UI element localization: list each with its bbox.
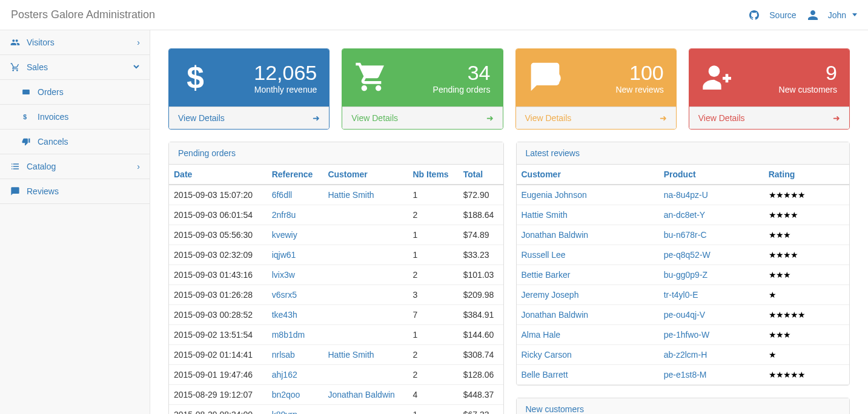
reference-link[interactable]: 6f6dll xyxy=(272,190,292,200)
product-link[interactable]: na-8u4pz-U xyxy=(664,190,708,200)
reference-link[interactable]: tke43h xyxy=(272,310,297,320)
table-row: 2015-09-03 01:43:16 lvix3w 2 $101.03 xyxy=(169,265,503,285)
table-row: Jonathan Baldwin bu-n678r-C ★★★ xyxy=(517,225,850,245)
customer-link[interactable]: Russell Lee xyxy=(522,250,566,260)
col-rating[interactable]: Rating xyxy=(764,165,849,185)
cell-customer xyxy=(323,405,408,415)
col-customer[interactable]: Customer xyxy=(323,165,408,185)
sidebar-item-orders[interactable]: Orders xyxy=(0,80,150,105)
view-details-label: View Details xyxy=(178,113,225,123)
customer-link[interactable]: Eugenia Johnson xyxy=(522,190,587,200)
sidebar-item-label: Invoices xyxy=(38,112,68,122)
product-link[interactable]: pe-e1st8-M xyxy=(664,370,707,380)
cell-reference: bn2qoo xyxy=(267,385,323,405)
sidebar: Visitors › Sales Orders $ Invoices Cance… xyxy=(0,30,150,414)
customer-link[interactable]: Belle Barrett xyxy=(522,370,568,380)
col-reference[interactable]: Reference xyxy=(267,165,323,185)
reference-link[interactable]: nrlsab xyxy=(272,350,295,360)
product-link[interactable]: pe-ou4qj-V xyxy=(664,310,706,320)
cell-total: $448.37 xyxy=(459,385,503,405)
customer-link[interactable]: Hattie Smith xyxy=(328,190,374,200)
reference-link[interactable]: kvewiy xyxy=(272,230,297,240)
customer-link[interactable]: Ricky Carson xyxy=(522,350,572,360)
card-revenue: $ 12,065Monthly revenue View Details➜ xyxy=(168,48,330,130)
customer-link[interactable]: Hattie Smith xyxy=(328,350,374,360)
cell-date: 2015-09-03 01:43:16 xyxy=(169,265,267,285)
cell-rating: ★★★★ xyxy=(764,205,849,225)
col-product[interactable]: Product xyxy=(659,165,764,185)
cell-reference: 6f6dll xyxy=(267,185,323,205)
view-details-customers[interactable]: View Details➜ xyxy=(689,107,849,129)
sidebar-item-sales[interactable]: Sales xyxy=(0,55,150,80)
dollar-icon: $ xyxy=(181,60,215,96)
cell-customer: Belle Barrett xyxy=(517,365,659,385)
sidebar-item-catalog[interactable]: Catalog › xyxy=(0,154,150,179)
cell-product: an-dc8et-Y xyxy=(659,205,764,225)
customer-link[interactable]: Jonathan Baldwin xyxy=(522,310,589,320)
col-customer[interactable]: Customer xyxy=(517,165,659,185)
product-link[interactable]: bu-n678r-C xyxy=(664,230,707,240)
table-row: Jeremy Joseph tr-t4yl0-E ★ xyxy=(517,285,850,305)
cell-reference: nrlsab xyxy=(267,345,323,365)
reference-link[interactable]: v6srx5 xyxy=(272,290,297,300)
thumbs-down-icon xyxy=(21,137,31,146)
reference-link[interactable]: ahj162 xyxy=(272,370,297,380)
col-date[interactable]: Date xyxy=(169,165,267,185)
product-link[interactable]: ab-z2lcm-H xyxy=(664,350,707,360)
sidebar-item-visitors[interactable]: Visitors › xyxy=(0,30,150,55)
cell-reference: k80yrp xyxy=(267,405,323,415)
table-row: Eugenia Johnson na-8u4pz-U ★★★★★ xyxy=(517,185,850,205)
reference-link[interactable]: iqjw61 xyxy=(272,250,296,260)
col-total[interactable]: Total xyxy=(459,165,503,185)
customer-link[interactable]: Alma Hale xyxy=(522,330,561,340)
sidebar-item-cancels[interactable]: Cancels xyxy=(0,130,150,154)
customer-link[interactable]: Hattie Smith xyxy=(522,210,568,220)
view-details-reviews[interactable]: View Details➜ xyxy=(516,107,676,129)
reference-link[interactable]: 2nfr8u xyxy=(272,210,296,220)
user-menu[interactable]: John xyxy=(807,10,857,20)
view-details-revenue[interactable]: View Details➜ xyxy=(169,107,329,129)
customer-link[interactable]: Jonathan Baldwin xyxy=(522,230,589,240)
cell-product: bu-n678r-C xyxy=(659,225,764,245)
sidebar-item-invoices[interactable]: $ Invoices xyxy=(0,105,150,130)
users-icon xyxy=(10,38,21,47)
cell-reference: iqjw61 xyxy=(267,245,323,265)
cell-date: 2015-09-03 01:26:28 xyxy=(169,285,267,305)
cell-date: 2015-09-02 13:51:54 xyxy=(169,325,267,345)
customer-link[interactable]: Jonathan Baldwin xyxy=(328,390,395,399)
cell-customer xyxy=(323,365,408,385)
product-link[interactable]: pe-q8q52-W xyxy=(664,250,711,260)
product-link[interactable]: an-dc8et-Y xyxy=(664,210,705,220)
product-link[interactable]: tr-t4yl0-E xyxy=(664,290,698,300)
chat-icon xyxy=(10,186,21,196)
col-items[interactable]: Nb Items xyxy=(408,165,459,185)
cell-customer: Hattie Smith xyxy=(323,185,408,205)
table-row: 2015-09-03 06:01:54 2nfr8u 2 $188.64 xyxy=(169,205,503,225)
customer-link[interactable]: Jeremy Joseph xyxy=(522,290,579,300)
cell-customer xyxy=(323,225,408,245)
card-reviews: 100New reviews View Details➜ xyxy=(515,48,677,130)
product-link[interactable]: pe-1hfwo-W xyxy=(664,330,709,340)
source-link[interactable]: Source xyxy=(749,10,796,20)
view-details-pending[interactable]: View Details➜ xyxy=(342,107,502,129)
reference-link[interactable]: k80yrp xyxy=(272,410,297,414)
cell-reference: lvix3w xyxy=(267,265,323,285)
reference-link[interactable]: lvix3w xyxy=(272,270,295,280)
pending-orders-panel: Pending orders Date Reference Customer N… xyxy=(168,142,504,414)
reference-link[interactable]: bn2qoo xyxy=(272,390,300,399)
cell-total: $72.90 xyxy=(459,185,503,205)
cell-reference: kvewiy xyxy=(267,225,323,245)
cell-rating: ★★★★ xyxy=(764,245,849,265)
caret-down-icon xyxy=(852,13,857,16)
card-value: 100 xyxy=(615,61,663,85)
cell-date: 2015-09-03 05:56:30 xyxy=(169,225,267,245)
cell-items: 2 xyxy=(408,345,459,365)
list-icon xyxy=(10,162,21,171)
customer-link[interactable]: Bettie Barker xyxy=(522,270,571,280)
product-link[interactable]: bu-gg0p9-Z xyxy=(664,270,707,280)
sidebar-item-reviews[interactable]: Reviews xyxy=(0,179,150,204)
cell-product: ab-z2lcm-H xyxy=(659,345,764,365)
cell-rating: ★★★★★ xyxy=(764,365,849,385)
cell-product: bu-gg0p9-Z xyxy=(659,265,764,285)
reference-link[interactable]: m8b1dm xyxy=(272,330,305,340)
